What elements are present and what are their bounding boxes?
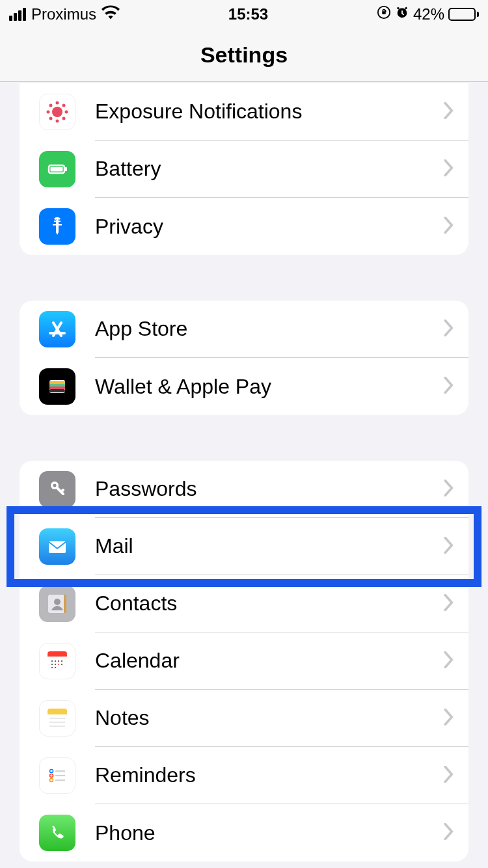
privacy-icon: [39, 208, 75, 245]
passwords-icon: [39, 471, 75, 508]
alarm-icon: [395, 5, 409, 23]
row-label: App Store: [95, 317, 444, 341]
chevron-right-icon: [444, 102, 454, 122]
svg-point-4: [56, 102, 59, 105]
svg-point-33: [58, 660, 59, 662]
svg-rect-18: [49, 381, 65, 384]
chevron-right-icon: [444, 217, 454, 236]
svg-point-26: [54, 599, 61, 605]
chevron-right-icon: [444, 823, 454, 843]
svg-rect-15: [53, 224, 62, 226]
svg-point-35: [51, 664, 53, 665]
row-wallet[interactable]: Wallet & Apple Pay: [20, 358, 468, 415]
mail-icon: [39, 528, 75, 565]
appstore-icon: [39, 311, 75, 347]
svg-rect-30: [47, 655, 67, 657]
reminders-icon: [39, 757, 75, 794]
phone-icon: [39, 815, 75, 851]
svg-rect-14: [65, 167, 67, 171]
chevron-right-icon: [444, 480, 454, 499]
signal-icon: [9, 8, 26, 21]
status-bar: Proximus 15:53 42%: [0, 0, 488, 29]
svg-point-36: [55, 664, 56, 665]
row-label: Privacy: [95, 215, 444, 239]
svg-point-31: [51, 660, 53, 662]
svg-rect-20: [49, 387, 65, 389]
svg-point-38: [61, 664, 62, 665]
svg-point-10: [49, 117, 53, 120]
chevron-right-icon: [444, 766, 454, 785]
svg-rect-13: [51, 167, 63, 172]
chevron-right-icon: [444, 709, 454, 728]
settings-group: Exposure Notifications Battery Privacy: [20, 83, 468, 255]
row-label: Battery: [95, 157, 444, 181]
row-phone[interactable]: Phone: [20, 804, 468, 861]
calendar-icon: [39, 643, 75, 679]
svg-rect-1: [382, 11, 386, 14]
notes-icon: [39, 700, 75, 737]
contacts-icon: [39, 586, 75, 622]
svg-point-9: [62, 104, 66, 107]
settings-list[interactable]: Exposure Notifications Battery Privacy: [0, 83, 488, 861]
svg-point-5: [56, 120, 59, 123]
exposure-icon: [39, 94, 75, 130]
svg-point-11: [62, 117, 66, 120]
svg-point-40: [55, 667, 56, 668]
row-passwords[interactable]: Passwords: [20, 461, 468, 518]
row-label: Phone: [95, 821, 444, 845]
rotation-lock-icon: [377, 5, 391, 23]
page-title: Settings: [200, 42, 288, 68]
svg-point-37: [58, 664, 59, 665]
row-notes[interactable]: Notes: [20, 690, 468, 747]
row-exposure-notifications[interactable]: Exposure Notifications: [20, 83, 468, 141]
chevron-right-icon: [444, 377, 454, 396]
row-calendar[interactable]: Calendar: [20, 632, 468, 690]
settings-group: App Store Wallet & Apple Pay: [20, 301, 468, 415]
row-label: Calendar: [95, 649, 444, 673]
svg-rect-21: [49, 389, 65, 392]
settings-group: Passwords Mail Contacts: [20, 461, 468, 861]
chevron-right-icon: [444, 651, 454, 671]
svg-point-39: [51, 667, 53, 668]
svg-point-34: [61, 660, 62, 662]
svg-point-6: [47, 111, 50, 114]
svg-point-32: [55, 660, 56, 662]
time-label: 15:53: [228, 5, 268, 23]
row-reminders[interactable]: Reminders: [20, 747, 468, 804]
svg-rect-24: [49, 541, 66, 553]
chevron-right-icon: [444, 594, 454, 614]
row-battery[interactable]: Battery: [20, 141, 468, 198]
svg-point-8: [49, 104, 53, 107]
row-label: Contacts: [95, 591, 444, 616]
svg-rect-43: [47, 713, 67, 714]
row-label: Mail: [95, 534, 444, 558]
nav-header: Settings: [0, 29, 488, 82]
wifi-icon: [102, 5, 120, 23]
svg-rect-16: [54, 221, 61, 222]
svg-point-23: [53, 484, 57, 487]
battery-icon: [448, 8, 479, 21]
row-label: Wallet & Apple Pay: [95, 375, 444, 399]
chevron-right-icon: [444, 159, 454, 179]
row-label: Notes: [95, 706, 444, 730]
row-contacts[interactable]: Contacts: [20, 575, 468, 632]
row-label: Passwords: [95, 477, 444, 501]
svg-point-3: [52, 107, 62, 117]
svg-point-7: [65, 111, 68, 114]
chevron-right-icon: [444, 319, 454, 339]
svg-rect-19: [49, 384, 65, 387]
carrier-label: Proximus: [31, 5, 96, 23]
row-app-store[interactable]: App Store: [20, 301, 468, 358]
svg-rect-27: [64, 595, 66, 613]
row-mail[interactable]: Mail: [20, 518, 468, 575]
row-label: Reminders: [95, 763, 444, 787]
row-privacy[interactable]: Privacy: [20, 198, 468, 255]
battery-settings-icon: [39, 151, 75, 187]
row-label: Exposure Notifications: [95, 100, 444, 124]
wallet-icon: [39, 368, 75, 405]
battery-pct-label: 42%: [413, 5, 444, 23]
chevron-right-icon: [444, 537, 454, 556]
